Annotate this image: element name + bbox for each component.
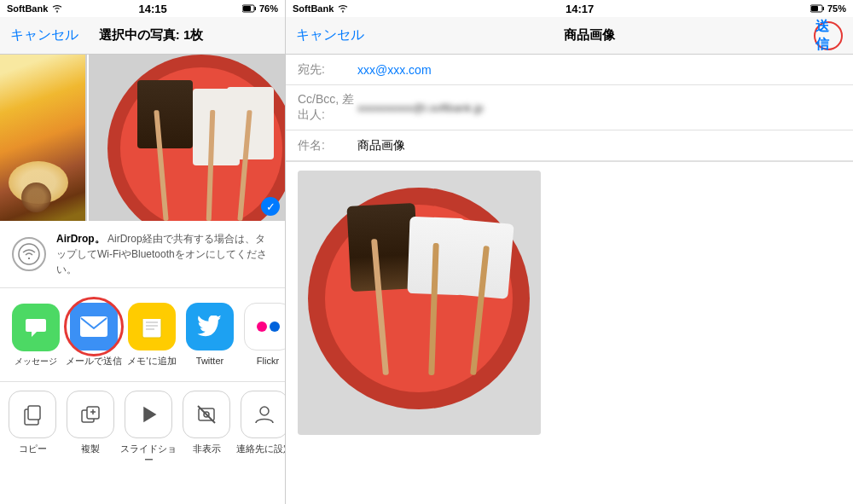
airdrop-section: AirDrop。 AirDrop経由で共有する場合は、タップしてWi-FiやBl… — [0, 221, 285, 288]
action-contact-button[interactable]: 連絡先に設定 — [235, 391, 285, 466]
mail-icon-container — [70, 303, 118, 356]
right-nav-bar: キャンセル 商品画像 送信 — [286, 17, 853, 55]
notes-label: メモ'に追加 — [127, 356, 176, 367]
svg-point-3 — [19, 244, 39, 264]
attached-image — [298, 171, 541, 435]
right-cancel-button[interactable]: キャンセル — [296, 26, 364, 44]
hide-label: 非表示 — [193, 443, 221, 455]
mail-red-ring — [64, 297, 124, 356]
share-messages-button[interactable]: メッセージ — [7, 304, 65, 367]
share-notes-button[interactable]: メモ'に追加 — [123, 303, 181, 367]
slideshow-icon — [136, 403, 160, 426]
to-value[interactable]: xxx@xxx.com — [357, 63, 432, 77]
left-nav-title: 選択中の写真: 1枚 — [99, 27, 204, 43]
copy-icon-box — [9, 391, 56, 438]
duplicate-icon — [78, 403, 102, 426]
flickr-pink-dot — [257, 322, 267, 332]
svg-rect-1 — [254, 7, 256, 10]
contact-icon — [252, 403, 276, 426]
left-cancel-button[interactable]: キャンセル — [10, 26, 78, 44]
duplicate-icon-box — [67, 391, 114, 438]
svg-rect-2 — [243, 6, 251, 11]
svg-rect-14 — [28, 406, 40, 420]
right-battery-icon — [810, 4, 824, 13]
twitter-label: Twitter — [196, 356, 223, 367]
subject-label: 件名: — [298, 138, 357, 154]
cc-value[interactable]: xxxxxxxxxx@i.softbank.jp — [357, 101, 484, 114]
left-battery: 76% — [259, 3, 278, 14]
svg-point-23 — [260, 407, 269, 415]
right-status-left: SoftBank — [293, 3, 349, 14]
photos-area: ✓ — [0, 55, 285, 221]
right-wifi-icon — [337, 4, 349, 13]
subject-field-row: 件名: 商品画像 — [286, 130, 853, 161]
share-icons-row: メッセージ メールで送信 — [0, 288, 285, 382]
send-button[interactable]: 送信 — [814, 21, 843, 50]
subject-value[interactable]: 商品画像 — [357, 138, 405, 154]
action-hide-button[interactable]: 非表示 — [177, 391, 235, 466]
action-copy-button[interactable]: コピー — [3, 391, 61, 466]
twitter-icon-box — [186, 303, 234, 350]
contact-label: 連絡先に設定 — [236, 443, 285, 455]
left-status-bar: SoftBank 14:15 76% — [0, 0, 285, 17]
right-nav-title: 商品画像 — [564, 27, 615, 43]
svg-marker-20 — [144, 408, 155, 421]
hide-icon-box — [183, 391, 230, 438]
messages-icon-box — [12, 304, 60, 351]
flickr-label: Flickr — [257, 356, 279, 367]
messages-icon — [23, 315, 49, 340]
right-battery: 75% — [827, 3, 846, 14]
flickr-blue-dot — [270, 322, 280, 332]
notes-icon — [139, 314, 165, 339]
wifi-icon — [51, 4, 63, 13]
action-duplicate-button[interactable]: 複製 — [61, 391, 119, 466]
messages-label: メッセージ — [15, 356, 57, 367]
left-carrier: SoftBank — [7, 3, 48, 14]
email-fields: 宛先: xxx@xxx.com Cc/Bcc, 差出人: xxxxxxxxxx@… — [286, 55, 853, 162]
photo-thumb-1[interactable] — [0, 55, 85, 221]
left-status-left: SoftBank — [7, 3, 63, 14]
svg-rect-25 — [822, 7, 824, 10]
cc-field-row: Cc/Bcc, 差出人: xxxxxxxxxx@i.softbank.jp — [286, 85, 853, 130]
mail-label: メールで送信 — [66, 356, 122, 367]
svg-rect-9 — [139, 314, 165, 319]
contact-icon-box — [241, 391, 285, 438]
svg-rect-26 — [811, 6, 818, 11]
cc-label: Cc/Bcc, 差出人: — [298, 92, 357, 123]
left-status-right: 76% — [242, 3, 278, 14]
notes-icon-box — [128, 303, 176, 350]
left-time: 14:15 — [139, 3, 167, 15]
hide-icon — [194, 403, 218, 426]
twitter-icon — [197, 316, 223, 338]
photo-thumb-2[interactable]: ✓ — [90, 55, 285, 221]
duplicate-label: 複製 — [81, 443, 100, 455]
to-label: 宛先: — [298, 62, 357, 78]
copy-icon — [20, 403, 44, 426]
share-mail-button[interactable]: メールで送信 — [65, 303, 123, 367]
battery-icon — [242, 4, 256, 13]
flickr-icon-box — [244, 303, 285, 350]
share-twitter-button[interactable]: Twitter — [181, 303, 239, 367]
right-carrier: SoftBank — [293, 3, 334, 14]
right-panel: SoftBank 14:17 75% キャンセル 商品画像 送信 宛先: — [286, 0, 853, 504]
right-time: 14:17 — [566, 3, 594, 15]
action-buttons-row: コピー 複製 スライドショー — [0, 382, 285, 474]
flickr-icon — [257, 322, 280, 332]
airdrop-wifi-icon — [17, 242, 41, 266]
action-slideshow-button[interactable]: スライドショー — [119, 391, 177, 466]
left-nav-bar: キャンセル 選択中の写真: 1枚 — [0, 17, 285, 55]
email-body[interactable] — [286, 162, 853, 504]
send-label: 送信 — [815, 18, 841, 54]
right-status-right: 75% — [810, 3, 846, 14]
airdrop-icon — [12, 237, 46, 271]
airdrop-description: AirDrop。 AirDrop経由で共有する場合は、タップしてWi-FiやBl… — [56, 231, 273, 277]
copy-label: コピー — [19, 443, 47, 455]
selected-checkmark: ✓ — [261, 197, 280, 216]
share-flickr-button[interactable]: Flickr — [239, 303, 285, 367]
to-field-row: 宛先: xxx@xxx.com — [286, 55, 853, 85]
slideshow-icon-box — [125, 391, 172, 438]
slideshow-label: スライドショー — [119, 443, 177, 466]
left-panel: SoftBank 14:15 76% キャンセル 選択中の写真: 1枚 — [0, 0, 286, 504]
right-status-bar: SoftBank 14:17 75% — [286, 0, 853, 17]
